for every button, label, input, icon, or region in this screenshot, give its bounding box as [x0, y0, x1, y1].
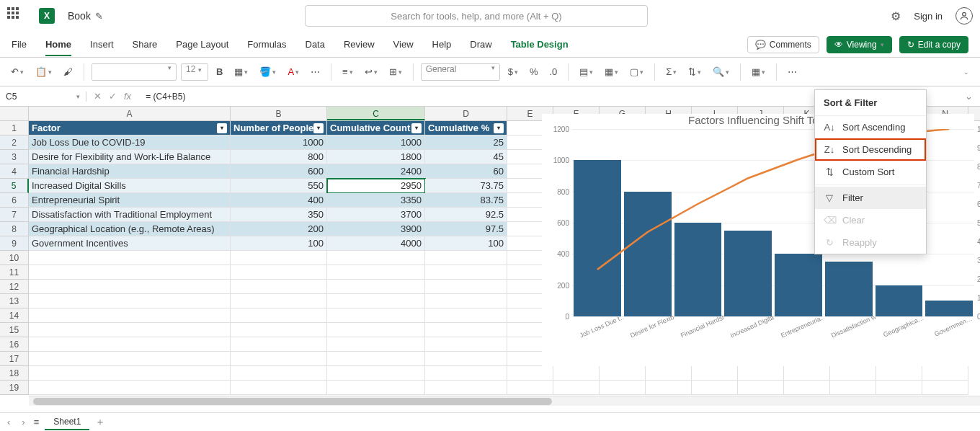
- scrollbar-thumb[interactable]: [33, 398, 552, 405]
- row-header-14[interactable]: 14: [0, 308, 29, 323]
- font-size-select[interactable]: 12 ▾: [181, 63, 208, 81]
- cell-B8[interactable]: 200: [231, 222, 327, 236]
- row-header-18[interactable]: 18: [0, 366, 29, 381]
- search-input[interactable]: Search for tools, help, and more (Alt + …: [305, 5, 648, 27]
- row-header-10[interactable]: 10: [0, 251, 29, 265]
- cell-C11[interactable]: [327, 265, 425, 280]
- conditional-format-button[interactable]: ▤▾: [576, 64, 597, 79]
- cell-C15[interactable]: [327, 323, 425, 337]
- cell-B7[interactable]: 350: [231, 208, 327, 222]
- cell-M18[interactable]: [876, 366, 922, 381]
- cell-I18[interactable]: [692, 366, 738, 381]
- cell-M19[interactable]: [876, 381, 922, 395]
- format-table-button[interactable]: ▦▾: [601, 64, 622, 79]
- row-header-11[interactable]: 11: [0, 265, 29, 280]
- cell-D10[interactable]: [425, 251, 507, 265]
- tab-share[interactable]: Share: [133, 35, 158, 54]
- tab-help[interactable]: Help: [432, 35, 452, 54]
- cell-B13[interactable]: [231, 294, 327, 308]
- cell-D11[interactable]: [425, 265, 507, 280]
- cell-A3[interactable]: Desire for Flexibility and Work-Life Bal…: [29, 150, 231, 164]
- name-box[interactable]: C5▾: [0, 92, 86, 102]
- rename-icon[interactable]: ✎: [95, 11, 103, 22]
- cell-H18[interactable]: [646, 366, 692, 381]
- sheet-list-icon[interactable]: ≡: [34, 417, 40, 427]
- workbook-title[interactable]: Book: [68, 10, 91, 22]
- row-header-8[interactable]: 8: [0, 222, 29, 236]
- row-header-6[interactable]: 6: [0, 193, 29, 208]
- cell-C8[interactable]: 3900: [327, 222, 425, 236]
- bold-button[interactable]: B: [213, 64, 226, 79]
- cell-H19[interactable]: [646, 381, 692, 395]
- row-header-5[interactable]: 5: [0, 179, 29, 193]
- cell-B10[interactable]: [231, 251, 327, 265]
- cell-L19[interactable]: [830, 381, 876, 395]
- cell-K19[interactable]: [784, 381, 830, 395]
- cell-B9[interactable]: 100: [231, 236, 327, 251]
- wrap-text-button[interactable]: ↩▾: [361, 64, 381, 79]
- overflow-button[interactable]: ⋯: [784, 64, 801, 79]
- sheet-nav-next[interactable]: ›: [19, 417, 27, 427]
- cell-C3[interactable]: 1800: [327, 150, 425, 164]
- table-header-a[interactable]: Factor▾: [29, 121, 231, 135]
- cell-C6[interactable]: 3350: [327, 193, 425, 208]
- cell-A6[interactable]: Entrepreneurial Spirit: [29, 193, 231, 208]
- currency-button[interactable]: $▾: [504, 64, 522, 79]
- tab-page-layout[interactable]: Page Layout: [176, 35, 228, 54]
- cell-A11[interactable]: [29, 265, 231, 280]
- cell-B11[interactable]: [231, 265, 327, 280]
- table-header-b[interactable]: Number of People▾: [231, 121, 327, 135]
- cell-E18[interactable]: [507, 366, 553, 381]
- cell-D4[interactable]: 60: [425, 164, 507, 179]
- borders-button[interactable]: ▦▾: [231, 64, 251, 79]
- cell-C10[interactable]: [327, 251, 425, 265]
- cell-A4[interactable]: Financial Hardship: [29, 164, 231, 179]
- cell-B15[interactable]: [231, 323, 327, 337]
- merge-button[interactable]: ⊞▾: [386, 64, 406, 79]
- cell-B4[interactable]: 600: [231, 164, 327, 179]
- collapse-ribbon-button[interactable]: ⌄: [960, 66, 973, 78]
- cell-L18[interactable]: [830, 366, 876, 381]
- cell-N18[interactable]: [922, 366, 968, 381]
- cell-styles-button[interactable]: ▢▾: [626, 64, 647, 79]
- cell-B5[interactable]: 550: [231, 179, 327, 193]
- select-all-corner[interactable]: [0, 107, 29, 121]
- cell-A19[interactable]: [29, 381, 231, 395]
- font-color-button[interactable]: A▾: [284, 64, 303, 79]
- cell-N19[interactable]: [922, 381, 968, 395]
- cell-D14[interactable]: [425, 308, 507, 323]
- percent-button[interactable]: %: [526, 64, 542, 79]
- cell-K18[interactable]: [784, 366, 830, 381]
- fill-color-button[interactable]: 🪣▾: [256, 64, 280, 79]
- column-header-B[interactable]: B: [231, 107, 327, 120]
- cell-C5[interactable]: 2950: [327, 179, 425, 193]
- cell-D9[interactable]: 100: [425, 236, 507, 251]
- cell-A10[interactable]: [29, 251, 231, 265]
- more-font-button[interactable]: ⋯: [307, 64, 324, 79]
- cell-C16[interactable]: [327, 337, 425, 352]
- cell-D2[interactable]: 25: [425, 135, 507, 150]
- row-header-12[interactable]: 12: [0, 280, 29, 294]
- column-header-C[interactable]: C: [327, 107, 425, 120]
- tab-view[interactable]: View: [393, 35, 414, 54]
- tab-draw[interactable]: Draw: [470, 35, 491, 54]
- row-header-9[interactable]: 9: [0, 236, 29, 251]
- tab-table-design[interactable]: Table Design: [511, 35, 569, 54]
- cell-B16[interactable]: [231, 337, 327, 352]
- fx-icon[interactable]: fx: [124, 91, 131, 102]
- row-header-1[interactable]: 1: [0, 121, 29, 135]
- format-painter-button[interactable]: 🖌: [60, 64, 76, 79]
- cell-D6[interactable]: 83.75: [425, 193, 507, 208]
- horizontal-scrollbar[interactable]: [29, 396, 980, 406]
- cell-F18[interactable]: [553, 366, 600, 381]
- filter-dropdown-icon[interactable]: ▾: [411, 123, 422, 133]
- cell-G19[interactable]: [600, 381, 646, 395]
- cell-A13[interactable]: [29, 294, 231, 308]
- cell-E19[interactable]: [507, 381, 553, 395]
- cell-D17[interactable]: [425, 352, 507, 366]
- cell-C13[interactable]: [327, 294, 425, 308]
- tab-data[interactable]: Data: [306, 35, 325, 54]
- cell-D7[interactable]: 92.5: [425, 208, 507, 222]
- sort-descending-item[interactable]: Z↓ Sort Descending: [815, 138, 926, 161]
- cell-A15[interactable]: [29, 323, 231, 337]
